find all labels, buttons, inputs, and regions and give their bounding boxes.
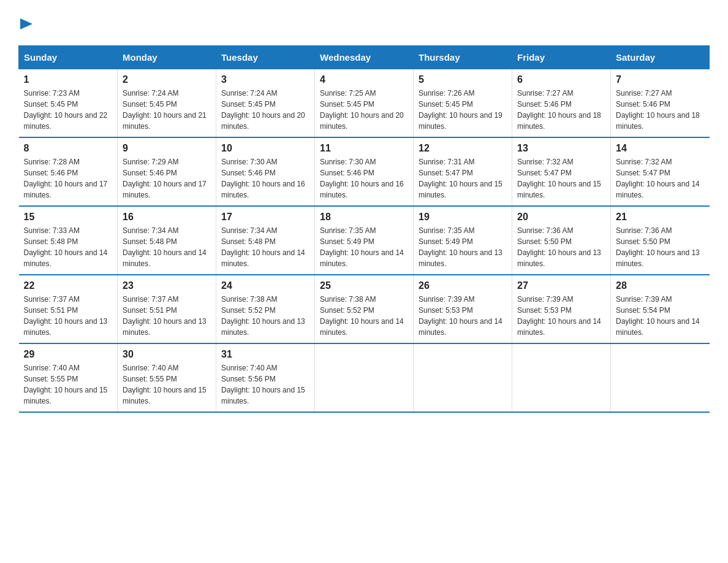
day-info: Sunrise: 7:25 AMSunset: 5:45 PMDaylight:… <box>320 88 408 132</box>
day-number: 26 <box>419 280 507 291</box>
calendar-body: 1 Sunrise: 7:23 AMSunset: 5:45 PMDayligh… <box>19 69 710 412</box>
calendar-cell: 25 Sunrise: 7:38 AMSunset: 5:52 PMDaylig… <box>315 275 414 343</box>
day-number: 29 <box>24 349 113 360</box>
day-number: 22 <box>24 280 113 291</box>
calendar-cell: 18 Sunrise: 7:35 AMSunset: 5:49 PMDaylig… <box>315 206 414 275</box>
day-info: Sunrise: 7:29 AMSunset: 5:46 PMDaylight:… <box>123 156 211 201</box>
day-info: Sunrise: 7:34 AMSunset: 5:48 PMDaylight:… <box>123 225 211 269</box>
day-number: 31 <box>221 349 309 360</box>
day-info: Sunrise: 7:39 AMSunset: 5:54 PMDaylight:… <box>616 294 705 338</box>
day-number: 5 <box>419 74 507 85</box>
day-info: Sunrise: 7:34 AMSunset: 5:48 PMDaylight:… <box>221 225 309 269</box>
calendar-cell <box>611 343 710 412</box>
calendar-cell: 11 Sunrise: 7:30 AMSunset: 5:46 PMDaylig… <box>315 137 414 206</box>
calendar-cell: 24 Sunrise: 7:38 AMSunset: 5:52 PMDaylig… <box>216 275 315 343</box>
day-info: Sunrise: 7:26 AMSunset: 5:45 PMDaylight:… <box>419 88 507 132</box>
day-header-monday: Monday <box>118 45 216 69</box>
day-info: Sunrise: 7:40 AMSunset: 5:55 PMDaylight:… <box>24 362 113 407</box>
calendar-cell: 5 Sunrise: 7:26 AMSunset: 5:45 PMDayligh… <box>414 69 512 137</box>
day-info: Sunrise: 7:35 AMSunset: 5:49 PMDaylight:… <box>419 225 507 269</box>
day-number: 11 <box>320 143 408 154</box>
calendar-cell: 4 Sunrise: 7:25 AMSunset: 5:45 PMDayligh… <box>315 69 414 137</box>
week-row: 29 Sunrise: 7:40 AMSunset: 5:55 PMDaylig… <box>19 343 710 412</box>
day-number: 24 <box>221 280 309 291</box>
calendar-cell: 3 Sunrise: 7:24 AMSunset: 5:45 PMDayligh… <box>216 69 315 137</box>
day-info: Sunrise: 7:40 AMSunset: 5:55 PMDaylight:… <box>123 362 211 407</box>
logo-arrow-icon <box>20 18 32 29</box>
day-number: 16 <box>123 212 211 223</box>
calendar-cell: 10 Sunrise: 7:30 AMSunset: 5:46 PMDaylig… <box>216 137 315 206</box>
calendar-cell: 31 Sunrise: 7:40 AMSunset: 5:56 PMDaylig… <box>216 343 315 412</box>
calendar-table: SundayMondayTuesdayWednesdayThursdayFrid… <box>18 45 710 413</box>
calendar-cell: 15 Sunrise: 7:33 AMSunset: 5:48 PMDaylig… <box>19 206 118 275</box>
day-info: Sunrise: 7:37 AMSunset: 5:51 PMDaylight:… <box>123 294 211 338</box>
calendar-cell: 16 Sunrise: 7:34 AMSunset: 5:48 PMDaylig… <box>118 206 216 275</box>
calendar-cell: 29 Sunrise: 7:40 AMSunset: 5:55 PMDaylig… <box>19 343 118 412</box>
week-row: 22 Sunrise: 7:37 AMSunset: 5:51 PMDaylig… <box>19 275 710 343</box>
day-number: 9 <box>123 143 211 154</box>
day-header-friday: Friday <box>512 45 611 69</box>
day-number: 1 <box>24 74 113 85</box>
day-number: 10 <box>221 143 309 154</box>
day-info: Sunrise: 7:23 AMSunset: 5:45 PMDaylight:… <box>24 88 113 132</box>
calendar-cell: 9 Sunrise: 7:29 AMSunset: 5:46 PMDayligh… <box>118 137 216 206</box>
day-header-thursday: Thursday <box>414 45 512 69</box>
calendar-cell <box>315 343 414 412</box>
day-info: Sunrise: 7:39 AMSunset: 5:53 PMDaylight:… <box>517 294 605 338</box>
day-number: 4 <box>320 74 408 85</box>
day-info: Sunrise: 7:30 AMSunset: 5:46 PMDaylight:… <box>221 156 309 201</box>
day-number: 17 <box>221 212 309 223</box>
week-row: 8 Sunrise: 7:28 AMSunset: 5:46 PMDayligh… <box>19 137 710 206</box>
calendar-cell: 12 Sunrise: 7:31 AMSunset: 5:47 PMDaylig… <box>414 137 512 206</box>
day-number: 6 <box>517 74 605 85</box>
week-row: 15 Sunrise: 7:33 AMSunset: 5:48 PMDaylig… <box>19 206 710 275</box>
calendar-cell: 1 Sunrise: 7:23 AMSunset: 5:45 PMDayligh… <box>19 69 118 137</box>
day-number: 8 <box>24 143 113 154</box>
day-number: 25 <box>320 280 408 291</box>
day-info: Sunrise: 7:27 AMSunset: 5:46 PMDaylight:… <box>616 88 705 132</box>
calendar-cell: 19 Sunrise: 7:35 AMSunset: 5:49 PMDaylig… <box>414 206 512 275</box>
day-header-wednesday: Wednesday <box>315 45 414 69</box>
calendar-cell: 8 Sunrise: 7:28 AMSunset: 5:46 PMDayligh… <box>19 137 118 206</box>
day-info: Sunrise: 7:32 AMSunset: 5:47 PMDaylight:… <box>616 156 705 201</box>
calendar-cell: 6 Sunrise: 7:27 AMSunset: 5:46 PMDayligh… <box>512 69 611 137</box>
calendar-cell <box>512 343 611 412</box>
day-info: Sunrise: 7:24 AMSunset: 5:45 PMDaylight:… <box>123 88 211 132</box>
day-info: Sunrise: 7:37 AMSunset: 5:51 PMDaylight:… <box>24 294 113 338</box>
calendar-header: SundayMondayTuesdayWednesdayThursdayFrid… <box>19 45 710 69</box>
calendar-cell: 21 Sunrise: 7:36 AMSunset: 5:50 PMDaylig… <box>611 206 710 275</box>
day-info: Sunrise: 7:33 AMSunset: 5:48 PMDaylight:… <box>24 225 113 269</box>
day-info: Sunrise: 7:36 AMSunset: 5:50 PMDaylight:… <box>517 225 605 269</box>
day-info: Sunrise: 7:36 AMSunset: 5:50 PMDaylight:… <box>616 225 705 269</box>
day-header-sunday: Sunday <box>19 45 118 69</box>
day-number: 30 <box>123 349 211 360</box>
day-number: 12 <box>419 143 507 154</box>
day-number: 13 <box>517 143 605 154</box>
day-number: 7 <box>616 74 705 85</box>
calendar-cell: 27 Sunrise: 7:39 AMSunset: 5:53 PMDaylig… <box>512 275 611 343</box>
calendar-cell: 28 Sunrise: 7:39 AMSunset: 5:54 PMDaylig… <box>611 275 710 343</box>
day-number: 19 <box>419 212 507 223</box>
day-info: Sunrise: 7:40 AMSunset: 5:56 PMDaylight:… <box>221 362 309 407</box>
calendar-cell: 7 Sunrise: 7:27 AMSunset: 5:46 PMDayligh… <box>611 69 710 137</box>
calendar-cell: 17 Sunrise: 7:34 AMSunset: 5:48 PMDaylig… <box>216 206 315 275</box>
day-info: Sunrise: 7:39 AMSunset: 5:53 PMDaylight:… <box>419 294 507 338</box>
calendar-cell: 22 Sunrise: 7:37 AMSunset: 5:51 PMDaylig… <box>19 275 118 343</box>
day-info: Sunrise: 7:38 AMSunset: 5:52 PMDaylight:… <box>221 294 309 338</box>
day-number: 23 <box>123 280 211 291</box>
day-number: 20 <box>517 212 605 223</box>
day-info: Sunrise: 7:35 AMSunset: 5:49 PMDaylight:… <box>320 225 408 269</box>
calendar-cell: 13 Sunrise: 7:32 AMSunset: 5:47 PMDaylig… <box>512 137 611 206</box>
calendar-cell: 23 Sunrise: 7:37 AMSunset: 5:51 PMDaylig… <box>118 275 216 343</box>
calendar-cell <box>414 343 512 412</box>
day-number: 28 <box>616 280 705 291</box>
svg-marker-0 <box>20 18 32 29</box>
header-row: SundayMondayTuesdayWednesdayThursdayFrid… <box>19 45 710 69</box>
day-info: Sunrise: 7:30 AMSunset: 5:46 PMDaylight:… <box>320 156 408 201</box>
day-header-saturday: Saturday <box>611 45 710 69</box>
calendar-cell: 30 Sunrise: 7:40 AMSunset: 5:55 PMDaylig… <box>118 343 216 412</box>
day-number: 3 <box>221 74 309 85</box>
day-info: Sunrise: 7:27 AMSunset: 5:46 PMDaylight:… <box>517 88 605 132</box>
week-row: 1 Sunrise: 7:23 AMSunset: 5:45 PMDayligh… <box>19 69 710 137</box>
calendar-cell: 20 Sunrise: 7:36 AMSunset: 5:50 PMDaylig… <box>512 206 611 275</box>
